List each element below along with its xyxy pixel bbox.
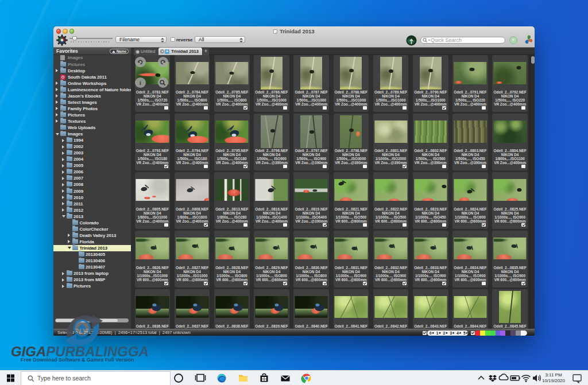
svg-text:1: 1 bbox=[436, 331, 438, 335]
svg-text:2: 2 bbox=[443, 331, 445, 335]
svg-text:5: 5 bbox=[463, 331, 466, 335]
svg-text:4: 4 bbox=[457, 331, 459, 335]
svg-text:0: 0 bbox=[430, 331, 432, 335]
svg-text:3: 3 bbox=[450, 331, 452, 335]
